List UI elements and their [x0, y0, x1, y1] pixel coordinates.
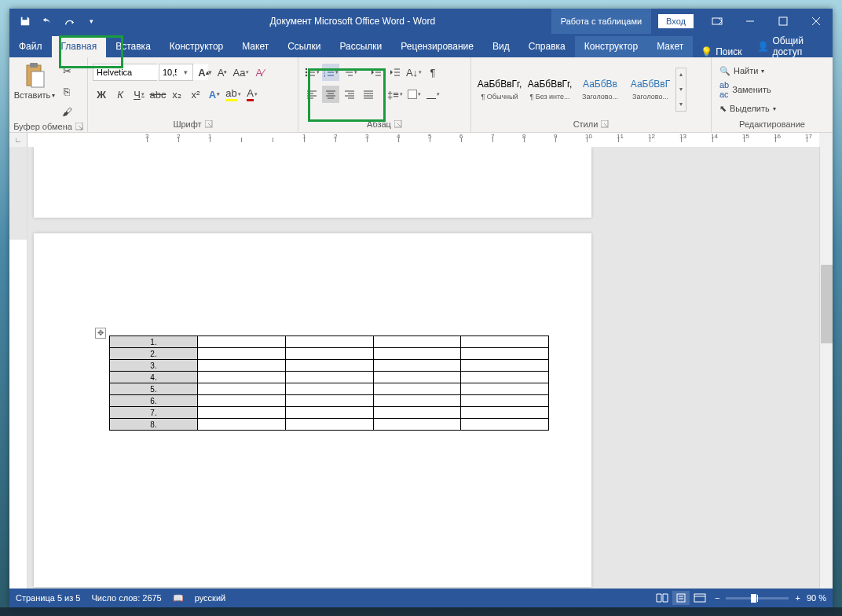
print-layout-button[interactable]: [672, 591, 690, 605]
horizontal-ruler[interactable]: 3211234567891011121314151617: [27, 133, 819, 147]
minimize-button[interactable]: [734, 9, 767, 34]
tab-review[interactable]: Рецензирование: [391, 36, 483, 57]
tab-home[interactable]: Главная: [52, 36, 107, 57]
quick-access-toolbar: ▾: [9, 12, 107, 31]
change-case-button[interactable]: Aa: [232, 64, 250, 81]
page-canvas[interactable]: I ✥ 1.2.3.4.5.6.7.8.: [27, 147, 819, 588]
style-1[interactable]: АаБбВвГг,¶ Без инте...: [525, 68, 574, 112]
group-editing: 🔍Найти▾ abacЗаменить ⬉Выделить▾ Редактир…: [712, 57, 833, 132]
multilevel-button[interactable]: [341, 64, 358, 81]
borders-button[interactable]: [424, 86, 441, 103]
shading-button[interactable]: [405, 86, 423, 103]
subscript-button[interactable]: x₂: [168, 86, 185, 103]
highlight-button[interactable]: ab: [225, 86, 242, 103]
align-right-button[interactable]: [341, 86, 358, 103]
increase-indent-button[interactable]: [386, 64, 404, 81]
status-proofing-icon[interactable]: 📖: [173, 593, 184, 603]
sign-in-button[interactable]: Вход: [657, 13, 694, 29]
tab-help[interactable]: Справка: [519, 36, 575, 57]
web-layout-button[interactable]: [691, 591, 708, 605]
style-2[interactable]: АаБбВвЗаголово...: [576, 68, 624, 112]
tab-references[interactable]: Ссылки: [278, 36, 330, 57]
decrease-indent-button[interactable]: [368, 64, 385, 81]
ribbon: Вставить▾ ✂ ⎘ 🖌 Буфер обмена ▾ ▾ A▴ A▾ A…: [9, 57, 833, 133]
tab-table-design[interactable]: Конструктор: [575, 36, 647, 57]
superscript-button[interactable]: x²: [187, 86, 204, 103]
status-language[interactable]: русский: [195, 593, 225, 603]
align-center-button[interactable]: [322, 86, 339, 103]
group-paragraph: 123 A↓ ¶ ‡≡: [298, 57, 471, 132]
style-3[interactable]: АаБбВвГЗаголово...: [626, 68, 675, 112]
table-move-handle[interactable]: ✥: [95, 328, 106, 339]
cut-button[interactable]: ✂: [58, 62, 75, 79]
paste-button[interactable]: Вставить▾: [13, 60, 57, 101]
status-words[interactable]: Число слов: 2675: [91, 593, 161, 603]
tab-design[interactable]: Конструктор: [160, 36, 232, 57]
show-marks-button[interactable]: ¶: [424, 64, 441, 81]
styles-gallery[interactable]: АаБбВвГг,¶ ОбычныйАаБбВвГг,¶ Без инте...…: [474, 68, 675, 112]
align-left-button[interactable]: [303, 86, 320, 103]
tab-layout[interactable]: Макет: [232, 36, 278, 57]
zoom-in-button[interactable]: +: [795, 593, 800, 603]
font-size-combo[interactable]: ▾: [159, 64, 193, 81]
strike-button[interactable]: abc: [149, 86, 167, 103]
tab-mailings[interactable]: Рассылки: [330, 36, 391, 57]
format-painter-button[interactable]: 🖌: [58, 103, 75, 120]
numbering-button[interactable]: 123: [322, 64, 339, 81]
ribbon-display-button[interactable]: [701, 9, 734, 34]
italic-button[interactable]: К: [112, 86, 129, 103]
clear-format-button[interactable]: A⁄: [251, 64, 269, 81]
read-mode-button[interactable]: [653, 591, 671, 605]
scroll-thumb[interactable]: [821, 265, 833, 343]
tab-selector[interactable]: ∟: [9, 133, 27, 147]
replace-icon: abac: [719, 80, 729, 99]
tab-table-layout[interactable]: Макет: [647, 36, 693, 57]
share-button[interactable]: 👤Общий доступ: [749, 35, 833, 57]
underline-button[interactable]: Ч: [130, 86, 148, 103]
search-icon: 🔍: [719, 66, 730, 76]
save-button[interactable]: [16, 12, 35, 31]
group-font: ▾ ▾ A▴ A▾ Aa A⁄ Ж К Ч abc x₂ x² A ab A: [88, 57, 298, 132]
clipboard-icon: [24, 62, 46, 89]
select-button[interactable]: ⬉Выделить▾: [716, 100, 779, 117]
zoom-out-button[interactable]: −: [715, 593, 719, 603]
windows-taskbar[interactable]: [0, 607, 842, 616]
window-title: Документ Microsoft Office Word - Word: [107, 16, 551, 27]
find-button[interactable]: 🔍Найти▾: [716, 62, 779, 79]
clipboard-dialog-launcher[interactable]: [75, 123, 83, 130]
styles-scroll-up[interactable]: ▴: [679, 71, 683, 78]
bullets-button[interactable]: [303, 64, 320, 81]
font-name-combo[interactable]: ▾: [93, 64, 157, 81]
document-table[interactable]: 1.2.3.4.5.6.7.8.: [109, 336, 549, 431]
text-effects-button[interactable]: A: [206, 86, 223, 103]
grow-font-button[interactable]: A▴: [195, 64, 212, 81]
shrink-font-button[interactable]: A▾: [214, 64, 231, 81]
tab-view[interactable]: Вид: [483, 36, 519, 57]
vertical-ruler[interactable]: [9, 147, 27, 588]
tell-me-search[interactable]: 💡Поиск: [693, 46, 749, 57]
style-0[interactable]: АаБбВвГг,¶ Обычный: [475, 68, 524, 112]
close-button[interactable]: [800, 9, 833, 34]
zoom-slider[interactable]: [726, 597, 789, 600]
line-spacing-button[interactable]: ‡≡: [386, 86, 404, 103]
status-page[interactable]: Страница 5 из 5: [16, 593, 80, 603]
zoom-level[interactable]: 90 %: [807, 593, 826, 603]
styles-expand[interactable]: ▾: [679, 101, 683, 108]
sort-button[interactable]: A↓: [405, 64, 423, 81]
tab-insert[interactable]: Вставка: [106, 36, 160, 57]
tab-file[interactable]: Файл: [9, 36, 52, 57]
maximize-button[interactable]: [767, 9, 800, 34]
redo-button[interactable]: [60, 12, 79, 31]
styles-dialog-launcher[interactable]: [601, 120, 609, 128]
paragraph-dialog-launcher[interactable]: [394, 120, 402, 128]
justify-button[interactable]: [360, 86, 377, 103]
styles-scroll-down[interactable]: ▾: [679, 86, 683, 93]
vertical-scrollbar[interactable]: [819, 147, 833, 588]
copy-button[interactable]: ⎘: [58, 82, 75, 100]
font-dialog-launcher[interactable]: [205, 120, 213, 128]
undo-button[interactable]: [38, 12, 57, 31]
replace-button[interactable]: abacЗаменить: [716, 81, 779, 98]
font-color-button[interactable]: A: [243, 86, 261, 103]
bold-button[interactable]: Ж: [93, 86, 110, 103]
qat-customize[interactable]: ▾: [82, 12, 101, 31]
